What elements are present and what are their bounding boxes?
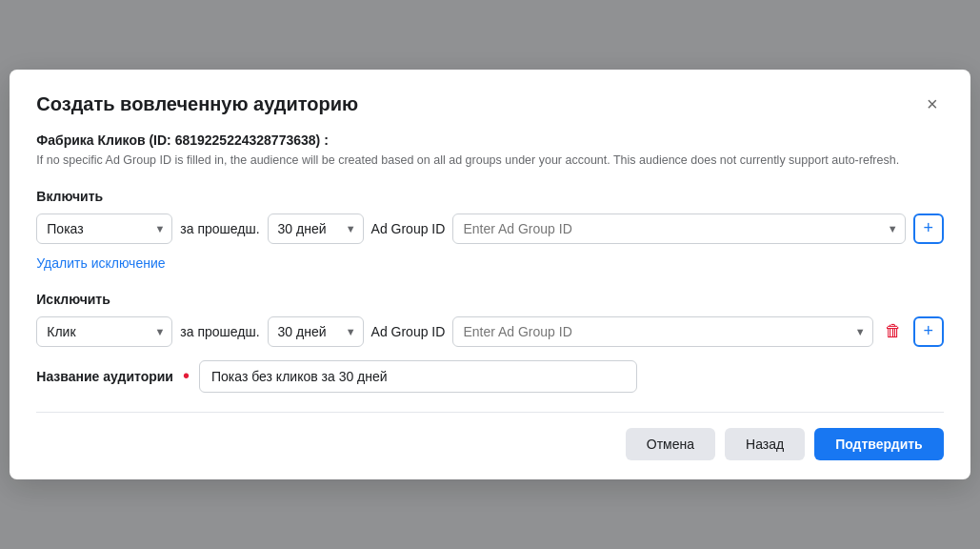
add-include-button[interactable]: + <box>913 214 944 244</box>
include-days-select[interactable]: 7 дней 14 дней 30 дней 60 дней 90 дней 1… <box>268 214 364 244</box>
exclude-row: Показ Клик Показ или Клик ▼ за прошедш. … <box>36 316 943 347</box>
include-label: Включить <box>36 189 943 204</box>
account-suffix: : <box>324 132 329 148</box>
include-row: Показ Клик Показ или Клик ▼ за прошедш. … <box>36 214 943 244</box>
account-info: Фабрика Кликов (ID: 6819225224328773638)… <box>36 132 943 148</box>
account-desc: If no specific Ad Group ID is filled in,… <box>36 152 943 170</box>
confirm-button[interactable]: Подтвердить <box>814 428 944 460</box>
modal-header: Создать вовлеченную аудиторию × <box>36 92 943 115</box>
required-indicator: • <box>183 365 190 387</box>
audience-name-section: Название аудитории • <box>36 360 943 393</box>
include-period-label: за прошедш. <box>180 221 259 236</box>
exclude-action-select-wrapper: Показ Клик Показ или Клик ▼ <box>36 316 172 347</box>
cancel-button[interactable]: Отмена <box>626 428 715 460</box>
back-button[interactable]: Назад <box>725 428 805 460</box>
exclude-action-select[interactable]: Показ Клик Показ или Клик <box>36 316 172 347</box>
account-id: (ID: 6819225224328773638) <box>149 132 320 148</box>
include-action-select-wrapper: Показ Клик Показ или Клик ▼ <box>36 214 172 244</box>
exclude-days-select[interactable]: 7 дней 14 дней 30 дней 60 дней 90 дней 1… <box>268 316 364 347</box>
include-days-select-wrapper: 7 дней 14 дней 30 дней 60 дней 90 дней 1… <box>268 214 364 244</box>
include-action-select[interactable]: Показ Клик Показ или Клик <box>36 214 172 244</box>
exclude-label: Исключить <box>36 292 943 307</box>
include-ad-group-wrapper: ▼ <box>452 214 905 244</box>
footer: Отмена Назад Подтвердить <box>36 412 943 460</box>
exclude-period-label: за прошедш. <box>180 324 259 339</box>
include-group-id-label: Ad Group ID <box>371 221 446 236</box>
delete-exclusion-link[interactable]: Удалить исключение <box>36 255 165 271</box>
exclude-ad-group-input[interactable] <box>452 316 872 347</box>
audience-name-label: Название аудитории <box>36 369 173 384</box>
delete-exclude-row-button[interactable]: 🗑 <box>881 317 906 345</box>
exclude-days-select-wrapper: 7 дней 14 дней 30 дней 60 дней 90 дней 1… <box>268 316 364 347</box>
exclude-ad-group-wrapper: ▼ <box>452 316 872 347</box>
modal-dialog: Создать вовлеченную аудиторию × Фабрика … <box>10 70 970 479</box>
modal-overlay: Создать вовлеченную аудиторию × Фабрика … <box>0 0 980 549</box>
audience-name-input[interactable] <box>199 360 637 393</box>
add-exclude-button[interactable]: + <box>913 316 944 347</box>
account-name: Фабрика Кликов <box>36 132 145 148</box>
exclude-group-id-label: Ad Group ID <box>371 324 446 339</box>
modal-title: Создать вовлеченную аудиторию <box>36 93 358 115</box>
include-ad-group-input[interactable] <box>452 214 905 244</box>
close-button[interactable]: × <box>921 92 944 115</box>
